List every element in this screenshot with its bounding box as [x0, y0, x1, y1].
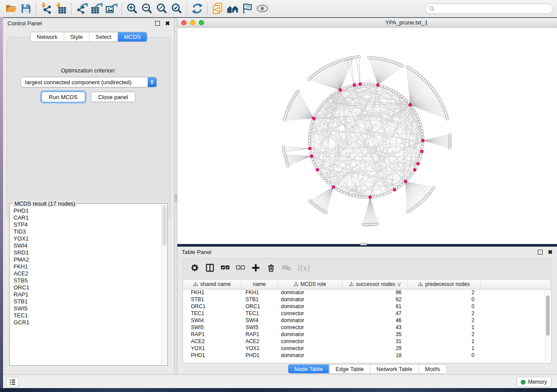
tab-node-table[interactable]: Node Table [288, 364, 329, 373]
mcds-node-item[interactable]: CAR1 [14, 214, 161, 221]
export-table-button[interactable] [89, 2, 104, 16]
tab-motifs[interactable]: Motifs [419, 364, 446, 373]
tab-network[interactable]: Network [31, 32, 64, 41]
network-canvas[interactable] [177, 28, 557, 244]
tab-network-table[interactable]: Network Table [370, 364, 419, 373]
tab-style[interactable]: Style [64, 32, 90, 41]
select-all-rows-button[interactable] [219, 262, 231, 274]
open-file-button[interactable] [3, 2, 18, 16]
export-network-button[interactable] [74, 2, 89, 16]
status-bar: Memory [3, 375, 557, 388]
mcds-node-item[interactable]: TID3 [14, 228, 161, 235]
table-row[interactable]: SWI5SWI5connector431 [183, 324, 551, 331]
criterion-dropdown[interactable]: largest connected component (undirected) [21, 77, 157, 87]
mcds-list-scrollbar[interactable] [161, 204, 167, 365]
network-home-button[interactable] [225, 2, 240, 16]
mcds-node-item[interactable]: STP4 [14, 221, 161, 228]
refresh-button[interactable] [190, 2, 204, 16]
control-panel: Control Panel ✖ NetworkStyleSelectMCDS O… [3, 18, 175, 375]
mcds-node-item[interactable]: STB5 [14, 277, 161, 284]
import-table-button[interactable] [54, 2, 69, 16]
save-session-icon [20, 3, 32, 14]
search-input[interactable] [425, 3, 553, 14]
toolbar-separator [187, 3, 187, 14]
function-builder-icon: f(x) [297, 264, 309, 272]
table-row[interactable]: SWI4SWI4dominator462 [183, 317, 551, 324]
table-options-gear-icon [190, 263, 199, 272]
task-history-button[interactable] [6, 377, 19, 387]
show-columns-icon [205, 263, 214, 272]
zoom-in-button[interactable] [125, 2, 139, 16]
close-panel-icon[interactable]: ✖ [165, 21, 170, 26]
mcds-node-item[interactable]: YOX1 [14, 235, 161, 242]
tab-edge-table[interactable]: Edge Table [329, 364, 370, 373]
show-columns-button[interactable] [204, 262, 215, 274]
delete-column-button[interactable] [265, 262, 277, 274]
mcds-node-item[interactable]: TEC1 [14, 312, 161, 319]
mcds-node-item[interactable]: FKH1 [14, 263, 161, 270]
mcds-node-item[interactable]: GCR1 [14, 319, 161, 326]
memory-button[interactable]: Memory [516, 377, 551, 387]
task-list-icon [9, 379, 16, 385]
mcds-result-list[interactable]: PHD1CAR1STP4TID3YOX1SWI4SRD1PMA2FKH1ACE2… [10, 204, 161, 365]
zoom-selected-button[interactable] [169, 2, 184, 16]
search-field[interactable] [437, 6, 549, 12]
table-row[interactable]: PHD1PHD1dominator180 [183, 352, 551, 359]
network-graph [177, 28, 557, 244]
mcds-node-item[interactable]: PHD1 [14, 207, 161, 214]
search-icon [429, 6, 435, 12]
tab-select[interactable]: Select [90, 32, 118, 41]
mcds-node-item[interactable]: SWI4 [14, 242, 161, 249]
table-row[interactable]: ORC1ORC1dominator610 [183, 303, 551, 310]
float-panel-icon[interactable] [155, 21, 160, 26]
toolbar-separator [71, 3, 72, 14]
mcds-node-item[interactable]: PMA2 [14, 256, 161, 263]
table-panel: Table Panel ✖ f(x) shared namenameMCDS r… [177, 247, 557, 375]
mcds-node-item[interactable]: SRD1 [14, 249, 161, 256]
export-table-icon [91, 3, 103, 14]
run-mcds-button[interactable]: Run MCDS [42, 92, 85, 102]
save-session-button[interactable] [18, 2, 33, 16]
float-table-panel-icon[interactable] [538, 250, 543, 254]
network-window-title: YPA_prune.txt_1 [177, 19, 557, 26]
close-panel-button[interactable]: Close panel [91, 92, 136, 102]
mcds-node-item[interactable]: ACE2 [14, 270, 161, 277]
import-network-icon [41, 3, 52, 14]
table-panel-titlebar: Table Panel ✖ [177, 247, 557, 257]
add-column-button[interactable] [250, 262, 261, 274]
column-header-name[interactable]: name [241, 280, 277, 289]
duplicate-network-button[interactable] [210, 2, 225, 16]
mcds-node-item[interactable]: RAP1 [14, 291, 161, 298]
table-scrollbar[interactable] [545, 289, 550, 362]
horizontal-splitter[interactable] [360, 243, 367, 245]
table-row[interactable]: ACE2ACE2connector311 [183, 338, 551, 345]
export-image-button[interactable] [104, 2, 119, 16]
zoom-out-button[interactable] [139, 2, 154, 16]
table-options-gear-button[interactable] [189, 262, 200, 274]
column-header-successor-nodes[interactable]: successor nodes⋁ [342, 280, 408, 289]
desktop-wallpaper-left [0, 17, 3, 389]
mcds-node-item[interactable]: STB1 [14, 298, 161, 305]
hide-panels-button[interactable] [240, 2, 255, 16]
column-header-predecessor-nodes[interactable]: predecessor nodes [408, 280, 481, 289]
column-header-MCDS-role[interactable]: MCDS role [277, 280, 342, 289]
table-row[interactable]: RAP1RAP1dominator352 [183, 331, 551, 338]
memory-label: Memory [528, 379, 547, 385]
column-header-shared-name[interactable]: shared name [183, 280, 241, 289]
table-row[interactable]: YOX1YOX1connector291 [183, 345, 551, 352]
deselect-all-rows-button[interactable] [235, 262, 246, 274]
close-table-panel-icon[interactable]: ✖ [548, 249, 553, 255]
attribute-type-icon [193, 282, 198, 287]
table-row[interactable]: FKH1FKH1dominator962 [183, 289, 551, 296]
mcds-node-item[interactable]: ORC1 [14, 284, 161, 291]
zoom-fit-button[interactable] [154, 2, 169, 16]
deselect-all-rows-icon [236, 263, 245, 272]
mcds-node-item[interactable]: SWI5 [14, 305, 161, 312]
show-graphics-button[interactable] [255, 2, 270, 16]
import-network-button[interactable] [39, 2, 54, 16]
tab-mcds[interactable]: MCDS [118, 32, 147, 41]
table-row[interactable]: TEC1TEC1connector472 [183, 310, 551, 317]
table-row[interactable]: STB1STB1dominator620 [183, 296, 551, 303]
desktop-wallpaper-bottom [0, 388, 557, 392]
network-window-titlebar: YPA_prune.txt_1 [177, 18, 557, 28]
